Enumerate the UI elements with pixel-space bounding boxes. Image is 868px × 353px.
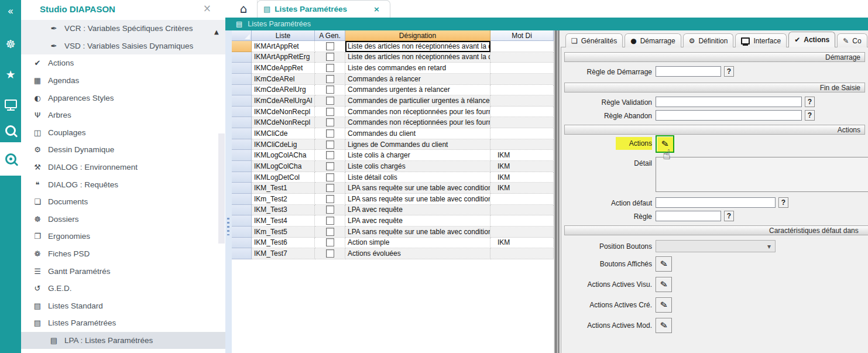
row-header-cell[interactable] (232, 139, 252, 150)
table-row[interactable]: IKM_Test4 LPA avec requête (232, 215, 554, 227)
sidebar-item[interactable]: ❁ Fiches PSD (21, 245, 225, 263)
cell-designation[interactable]: Commandes non réceptionnées pour les fou… (345, 107, 490, 118)
cell-mot[interactable] (490, 128, 554, 139)
table-row[interactable]: IKmCdeARelUrg Commandes urgentes à relan… (232, 85, 554, 96)
rail-item-explorer[interactable] (0, 142, 21, 176)
cell-designation[interactable]: Commandes à relancer (345, 74, 490, 85)
cell-mot[interactable] (490, 107, 554, 118)
row-header-cell[interactable] (232, 227, 252, 238)
cell-mot[interactable] (490, 139, 554, 150)
sidebar-item[interactable]: ▤ LPA : Listes Paramétrées (21, 332, 225, 349)
cell-mot[interactable] (490, 194, 554, 205)
action-defaut-input[interactable] (656, 197, 776, 208)
row-header-cell[interactable] (232, 128, 252, 139)
regle-demarrage-help-button[interactable]: ? (724, 66, 734, 77)
cell-mot[interactable] (490, 205, 554, 216)
regle-validation-help-button[interactable]: ? (805, 97, 815, 107)
cell-mot[interactable]: IKM (490, 150, 554, 161)
sidebar-close-icon[interactable]: × (203, 4, 211, 13)
a-gen-checkbox[interactable] (326, 162, 334, 170)
panel-tab[interactable]: ✔ Actions (788, 32, 835, 47)
sidebar-item[interactable]: ▤ Listes Paramétrées (21, 314, 225, 332)
regle-abandon-help-button[interactable]: ? (805, 110, 815, 121)
select-all-corner[interactable] (232, 30, 252, 41)
panel-tab[interactable]: ● Démarrage (625, 33, 681, 47)
cell-mot[interactable] (490, 215, 554, 227)
cell-mot[interactable]: IKM (490, 238, 554, 249)
sidebar-item[interactable]: ❝ DIALOG : Requêtes (21, 176, 225, 193)
table-row[interactable]: IKMLogDetCol Liste détail colis IKM (232, 172, 554, 183)
a-gen-checkbox[interactable] (326, 195, 334, 203)
cell-designation[interactable]: Liste détail colis (345, 172, 490, 183)
table-row[interactable]: IKMArtAppRetErg Liste des articles non r… (232, 52, 554, 63)
a-gen-checkbox[interactable] (326, 205, 334, 214)
table-row[interactable]: IKMLogColACha Liste colis à charger IKM (232, 150, 554, 161)
table-row[interactable]: IKm_Test2 LPA sans requête sur une table… (232, 194, 554, 205)
panel-tab[interactable]: ✎ Co (837, 33, 867, 47)
regle-abandon-input[interactable] (656, 110, 802, 121)
cell-liste[interactable]: IKmCdeARelUrgAl (252, 95, 315, 107)
cell-designation[interactable]: LPA sans requête sur une table avec cond… (345, 227, 490, 238)
table-row[interactable]: IKmCdeARel Commandes à relancer (232, 74, 554, 85)
a-gen-checkbox[interactable] (326, 53, 334, 61)
table-row[interactable]: IKMCdeNonRecpl Commandes non réceptionné… (232, 107, 554, 118)
cell-mot[interactable]: IKM (490, 161, 554, 172)
row-header-cell[interactable] (232, 238, 252, 249)
cell-mot[interactable] (490, 248, 554, 259)
sidebar-item[interactable]: ❐ Ergonomies (21, 228, 225, 245)
table-row[interactable]: IKmCdeARelUrgAl Commandes de particulier… (232, 95, 554, 107)
cell-designation[interactable]: Liste colis à charger (345, 150, 490, 161)
cell-liste[interactable]: IKm_Test2 (252, 194, 315, 205)
cell-liste[interactable]: IKM_Test6 (252, 238, 315, 249)
row-header-cell[interactable] (232, 95, 252, 107)
panel-splitter[interactable] (554, 30, 560, 353)
row-header-cell[interactable] (232, 248, 252, 259)
row-header-cell[interactable] (232, 117, 252, 128)
row-header-cell[interactable] (232, 41, 252, 52)
column-header-a-gen[interactable]: A Gen. (315, 30, 345, 41)
cell-mot[interactable] (490, 74, 554, 85)
sidebar-item[interactable]: ◫ Couplages (21, 124, 225, 142)
cell-liste[interactable]: IKMCdeNonRecpl (252, 107, 315, 118)
a-gen-checkbox[interactable] (326, 228, 334, 236)
cell-mot[interactable]: IKM (490, 183, 554, 194)
cell-mot[interactable]: IKM (490, 172, 554, 183)
a-gen-checkbox[interactable] (326, 108, 334, 116)
a-gen-checkbox[interactable] (326, 118, 334, 126)
rail-item-wheel[interactable]: ☸ (0, 34, 21, 54)
row-header-cell[interactable] (232, 85, 252, 96)
table-row[interactable]: IKM_Test1 LPA sans requête sur une table… (232, 183, 554, 194)
column-header-mot[interactable]: Mot Di (490, 30, 554, 41)
cell-designation[interactable]: Lignes de Commandes du client (345, 139, 490, 150)
a-gen-checkbox[interactable] (326, 140, 334, 149)
table-row[interactable]: IKMCdeNonRecpl Commandes non réceptionné… (232, 117, 554, 128)
cell-liste[interactable]: IKMLogDetCol (252, 172, 315, 183)
table-row[interactable]: IKM_Test7 Actions évoluées (232, 248, 554, 259)
rail-item-screens[interactable] (0, 94, 21, 114)
panel-tab[interactable]: Interface (735, 33, 787, 47)
cell-designation[interactable]: Commandes de particulier urgentes à réla… (345, 95, 490, 107)
a-gen-checkbox[interactable] (326, 151, 334, 159)
column-header-designation[interactable]: Désignation (345, 30, 490, 41)
row-header-cell[interactable] (232, 194, 252, 205)
a-gen-checkbox[interactable] (326, 173, 334, 181)
table-row[interactable]: IKM_Test3 LPA avec requête (232, 205, 554, 216)
cell-designation[interactable]: Action simple (345, 238, 490, 249)
row-header-cell[interactable] (232, 107, 252, 118)
regle-validation-input[interactable] (656, 97, 802, 107)
cell-designation[interactable]: Liste des commandes en retard (345, 63, 490, 74)
cell-liste[interactable]: IKMCliCdeLig (252, 139, 315, 150)
regle-help-button[interactable]: ? (724, 211, 734, 221)
sidebar-item[interactable]: ⚙ Dessin Dynamique (21, 141, 225, 159)
sidebar-item[interactable]: ⚒ DIALOG : Environnement (21, 159, 225, 176)
sidebar-item[interactable]: ☸ Dossiers (21, 211, 225, 228)
tab-listes-parametrees[interactable]: ▤ Listes Paramétrées × (257, 0, 390, 18)
cell-mot[interactable] (490, 95, 554, 107)
sidebar-scrollbar-thumb[interactable] (218, 133, 225, 244)
detail-box[interactable] (656, 157, 868, 192)
row-header-cell[interactable] (232, 161, 252, 172)
sidebar-item[interactable]: ✒ VCR : Variables Spécifiques Critères (21, 20, 225, 37)
a-gen-checkbox[interactable] (326, 75, 334, 83)
row-header-cell[interactable] (232, 150, 252, 161)
cell-designation[interactable]: Liste des articles non réceptionnées ava… (345, 41, 490, 52)
